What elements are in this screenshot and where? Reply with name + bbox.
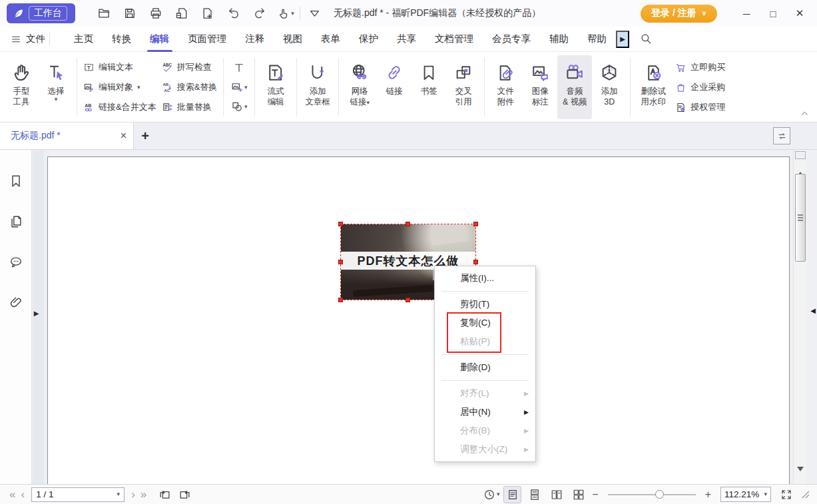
file-attachment-button[interactable]: 文件 附件 bbox=[488, 55, 523, 119]
continuous-view-button[interactable] bbox=[525, 486, 543, 503]
resize-grip[interactable] bbox=[802, 491, 810, 499]
tab-home[interactable]: 主页 bbox=[65, 27, 103, 51]
resize-handle-w[interactable] bbox=[338, 260, 343, 264]
remove-page-button[interactable] bbox=[172, 4, 192, 23]
add-text-button[interactable] bbox=[229, 60, 249, 76]
link-join-text-button[interactable]: AB 链接&合并文本 bbox=[83, 99, 156, 116]
print-button[interactable] bbox=[146, 4, 166, 23]
redo-button[interactable] bbox=[250, 4, 270, 23]
add-image-button[interactable]: ▾ bbox=[229, 79, 249, 95]
remove-trial-watermark-button[interactable]: 删除试 用水印 bbox=[634, 55, 673, 119]
hand-gesture-button[interactable]: ▾ bbox=[276, 4, 296, 23]
search-replace-button[interactable]: ABAC 搜索&替换 bbox=[162, 79, 218, 96]
resize-handle-n[interactable] bbox=[406, 222, 410, 226]
batch-replace-button[interactable]: 批量替换 bbox=[162, 99, 218, 116]
next-page-button[interactable]: › bbox=[129, 489, 138, 500]
image-annotation-button[interactable]: 图像 标注 bbox=[523, 55, 557, 119]
previous-page-button[interactable]: ‹ bbox=[18, 489, 27, 500]
first-page-button[interactable]: « bbox=[7, 489, 18, 500]
reflow-edit-button[interactable]: 流式 编辑 bbox=[258, 55, 293, 119]
edit-text-button[interactable]: 编辑文本 bbox=[83, 59, 156, 76]
close-button[interactable]: ✕ bbox=[786, 3, 813, 24]
enterprise-purchase-button[interactable]: 企业采购 bbox=[675, 79, 725, 96]
scrollbar-thumb[interactable] bbox=[795, 174, 806, 262]
zoom-slider-track[interactable] bbox=[608, 494, 696, 495]
save-button[interactable] bbox=[120, 4, 140, 23]
bookmark-button[interactable]: 书签 bbox=[411, 55, 446, 119]
zoom-slider-knob[interactable] bbox=[655, 490, 664, 499]
add-article-box-button[interactable]: 添加 文章框 bbox=[300, 55, 335, 119]
select-tool-button[interactable]: 选择 ▾ bbox=[39, 55, 73, 119]
single-page-view-button[interactable] bbox=[503, 486, 521, 503]
login-register-button[interactable]: 登录 / 注册 ∨ bbox=[641, 5, 717, 23]
add-3d-button[interactable]: 添加 3D bbox=[592, 55, 627, 119]
sidebar-expand-icon[interactable]: ▶ bbox=[32, 304, 41, 322]
tab-protect[interactable]: 保护 bbox=[350, 27, 388, 51]
cross-reference-button[interactable]: 交叉 引用 bbox=[446, 55, 481, 119]
facing-continuous-view-button[interactable] bbox=[569, 486, 587, 503]
search-icon[interactable] bbox=[640, 33, 653, 45]
scroll-up-icon[interactable] bbox=[795, 162, 806, 172]
file-menu[interactable]: 文件 bbox=[11, 33, 45, 45]
audio-video-button[interactable]: 音频 & 视频 bbox=[557, 55, 592, 119]
zoom-slider[interactable] bbox=[608, 488, 696, 501]
previous-view-button[interactable] bbox=[154, 485, 174, 504]
zoom-in-icon[interactable]: + bbox=[702, 489, 714, 501]
pdf-page[interactable] bbox=[47, 156, 790, 484]
buy-now-button[interactable]: 立即购买 bbox=[675, 59, 725, 76]
tab-form[interactable]: 表单 bbox=[312, 27, 350, 51]
collapse-ribbon-icon[interactable] bbox=[800, 109, 809, 118]
maximize-button[interactable]: □ bbox=[760, 3, 786, 24]
vertical-scrollbar[interactable] bbox=[793, 150, 806, 484]
right-panel-collapse-icon[interactable]: ◀ bbox=[809, 302, 817, 319]
tab-document-management[interactable]: 文档管理 bbox=[425, 27, 483, 51]
tab-share[interactable]: 共享 bbox=[388, 27, 425, 51]
attachments-panel-icon[interactable] bbox=[5, 293, 27, 313]
workspace-button[interactable]: 工作台 bbox=[7, 3, 75, 23]
facing-view-button[interactable] bbox=[547, 486, 565, 503]
add-page-button[interactable] bbox=[198, 4, 218, 23]
last-page-button[interactable]: » bbox=[138, 489, 149, 500]
menu-item-delete[interactable]: 删除(D) bbox=[435, 358, 535, 377]
tab-edit[interactable]: 编辑 bbox=[140, 27, 178, 51]
document-tab[interactable]: 无标题.pdf * × bbox=[0, 123, 134, 149]
tab-close-icon[interactable]: × bbox=[121, 130, 127, 142]
open-file-button[interactable] bbox=[94, 4, 114, 23]
resize-handle-sw[interactable] bbox=[338, 298, 343, 302]
undo-button[interactable] bbox=[224, 4, 244, 23]
tab-help[interactable]: 帮助 bbox=[578, 27, 616, 51]
tab-comment[interactable]: 注释 bbox=[236, 27, 274, 51]
page-number-combo[interactable]: 1 / 1 ▾ bbox=[31, 487, 125, 502]
resize-handle-e[interactable] bbox=[473, 260, 478, 264]
tab-switch-icon[interactable] bbox=[773, 127, 790, 144]
scrollbar-split-box[interactable] bbox=[795, 151, 806, 159]
tab-convert[interactable]: 转换 bbox=[103, 27, 140, 51]
menu-item-center[interactable]: 居中(N)▶ bbox=[435, 403, 535, 421]
menu-item-copy[interactable]: 复制(C) bbox=[435, 314, 535, 332]
license-management-button[interactable]: 授权管理 bbox=[675, 99, 725, 116]
tab-member-exclusive[interactable]: 会员专享 bbox=[483, 27, 540, 51]
comments-panel-icon[interactable] bbox=[5, 252, 27, 272]
menu-item-properties[interactable]: 属性(I)... bbox=[435, 269, 535, 288]
scroll-down-icon[interactable] bbox=[795, 471, 806, 481]
hand-tool-button[interactable]: 手型 工具 bbox=[4, 55, 39, 119]
collapse-toolbar-icon[interactable] bbox=[304, 4, 324, 23]
pages-panel-icon[interactable] bbox=[5, 212, 27, 232]
spell-check-button[interactable]: ABC 拼写检查 bbox=[162, 59, 218, 76]
web-link-button[interactable]: 网络 链接▾ bbox=[342, 55, 377, 119]
zoom-out-icon[interactable]: − bbox=[589, 489, 601, 501]
reading-timer-icon[interactable]: ▾ bbox=[481, 485, 501, 504]
menu-item-cut[interactable]: 剪切(T) bbox=[435, 295, 535, 314]
zoom-level-combo[interactable]: 112.21% ▾ bbox=[720, 487, 771, 502]
new-tab-button[interactable]: + bbox=[134, 123, 156, 149]
fullscreen-icon[interactable] bbox=[776, 485, 796, 504]
tab-view[interactable]: 视图 bbox=[274, 27, 312, 51]
edit-object-button[interactable]: 编辑对象 ▾ bbox=[83, 79, 156, 96]
tab-accessibility[interactable]: 辅助 bbox=[540, 27, 578, 51]
resize-handle-s[interactable] bbox=[406, 298, 410, 302]
minimize-button[interactable]: ─ bbox=[733, 3, 760, 24]
tab-page-management[interactable]: 页面管理 bbox=[178, 27, 236, 51]
menu-overflow-arrow[interactable]: ▶ bbox=[616, 31, 629, 48]
add-shapes-button[interactable]: ▾ bbox=[229, 99, 249, 115]
resize-handle-nw[interactable] bbox=[338, 222, 343, 226]
